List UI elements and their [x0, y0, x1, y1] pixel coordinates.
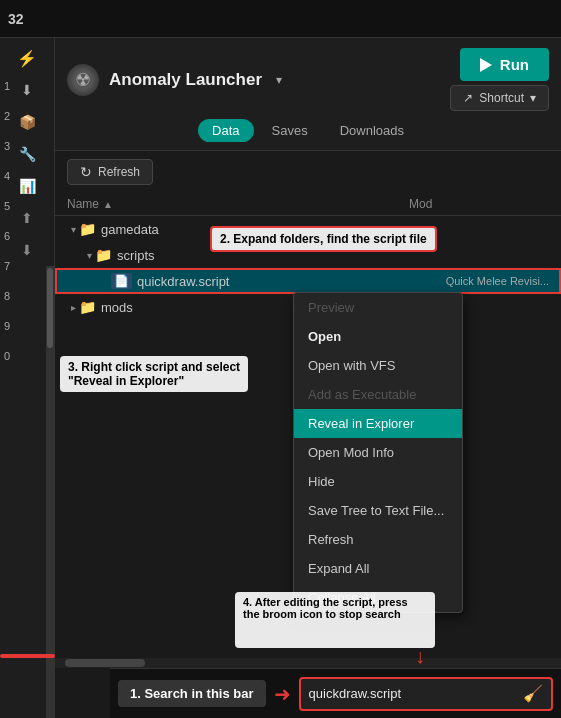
- ctx-save-tree[interactable]: Save Tree to Text File...: [294, 496, 462, 525]
- sidebar-num-6: 6: [4, 230, 10, 242]
- ctx-open-mod-info[interactable]: Open Mod Info: [294, 438, 462, 467]
- sidebar-num-5: 5: [4, 200, 10, 212]
- tab-downloads[interactable]: Downloads: [326, 119, 418, 142]
- quickdraw-label: quickdraw.script: [137, 274, 229, 289]
- sidebar-num-3: 3: [4, 140, 10, 152]
- mods-label: mods: [101, 300, 133, 315]
- tree-row-scripts[interactable]: ▾ 📁 scripts: [55, 242, 561, 268]
- search-label: 1. Search in this bar: [118, 680, 266, 707]
- sidebar-num-10: 0: [4, 350, 10, 362]
- context-menu: Preview Open Open with VFS Add as Execut…: [293, 292, 463, 613]
- col-mod-header: Mod: [409, 197, 549, 211]
- tab-data[interactable]: Data: [198, 119, 253, 142]
- refresh-row: ↻ Refresh: [55, 151, 561, 193]
- run-label: Run: [500, 56, 529, 73]
- ctx-refresh[interactable]: Refresh: [294, 525, 462, 554]
- search-input-value[interactable]: quickdraw.script: [309, 686, 401, 701]
- header-area: ☢ Anomaly Launcher ▾ Run ↗ Shortcut ▾: [55, 38, 561, 151]
- header-buttons: Run ↗ Shortcut ▾: [450, 48, 549, 111]
- red-marker: [0, 654, 55, 658]
- gamedata-label: gamedata: [101, 222, 159, 237]
- sidebar-num-4: 4: [4, 170, 10, 182]
- ctx-hide[interactable]: Hide: [294, 467, 462, 496]
- scripts-label: scripts: [117, 248, 155, 263]
- header-top: ☢ Anomaly Launcher ▾ Run ↗ Shortcut ▾: [67, 48, 549, 111]
- tab-saves[interactable]: Saves: [258, 119, 322, 142]
- quickdraw-mod: Quick Melee Revisi...: [446, 275, 549, 287]
- quickdraw-file-icon: 📄: [111, 273, 132, 289]
- launcher-dropdown[interactable]: ▾: [276, 73, 282, 87]
- ctx-expand-all[interactable]: Expand All: [294, 554, 462, 583]
- sort-icon: ▲: [103, 199, 113, 210]
- sidebar-num-9: 9: [4, 320, 10, 332]
- refresh-icon: ↻: [80, 164, 92, 180]
- annotation-step3: 3. Right click script and select "Reveal…: [60, 356, 248, 392]
- mods-toggle[interactable]: ▸: [67, 302, 79, 313]
- run-button[interactable]: Run: [460, 48, 549, 81]
- scripts-folder-icon: 📁: [95, 247, 112, 263]
- refresh-label: Refresh: [98, 165, 140, 179]
- ctx-collapse-all[interactable]: Collapse All: [294, 583, 462, 612]
- top-number: 32: [8, 11, 24, 27]
- broom-icon[interactable]: 🧹: [523, 684, 543, 703]
- sidebar-num-1: 1: [4, 80, 10, 92]
- gamedata-toggle[interactable]: ▾: [67, 224, 79, 235]
- shortcut-icon: ↗: [463, 91, 473, 105]
- left-sidebar: ⚡ ⬇ 📦 🔧 📊 ⬆ ⬇ 1 2 3 4 5 6 7 8 9 0: [0, 38, 55, 718]
- col-name-header: Name ▲: [67, 197, 409, 211]
- right-content: ☢ Anomaly Launcher ▾ Run ↗ Shortcut ▾: [55, 38, 561, 718]
- horizontal-scrollbar[interactable]: [55, 658, 561, 668]
- play-icon: [480, 58, 492, 72]
- sidebar-num-8: 8: [4, 290, 10, 302]
- shortcut-dropdown-icon: ▾: [530, 91, 536, 105]
- shortcut-button[interactable]: ↗ Shortcut ▾: [450, 85, 549, 111]
- tree-row-quickdraw[interactable]: 📄 quickdraw.script Quick Melee Revisi...: [55, 268, 561, 294]
- ctx-open[interactable]: Open: [294, 322, 462, 351]
- bottom-bar: 1. Search in this bar ➜ quickdraw.script…: [110, 668, 561, 718]
- h-scrollbar-thumb[interactable]: [65, 659, 145, 667]
- scripts-toggle[interactable]: ▾: [83, 250, 95, 261]
- search-arrow-icon: ➜: [274, 682, 291, 706]
- gamedata-folder-icon: 📁: [79, 221, 96, 237]
- launcher-info: ☢ Anomaly Launcher ▾: [67, 64, 282, 96]
- ctx-open-vfs[interactable]: Open with VFS: [294, 351, 462, 380]
- col-name-label: Name: [67, 197, 99, 211]
- refresh-button[interactable]: ↻ Refresh: [67, 159, 153, 185]
- top-bar: 32: [0, 0, 561, 38]
- ctx-preview: Preview: [294, 293, 462, 322]
- tabs-row: Data Saves Downloads: [67, 119, 549, 142]
- ctx-add-executable: Add as Executable: [294, 380, 462, 409]
- launcher-icon: ☢: [67, 64, 99, 96]
- sidebar-scroll-thumb[interactable]: [47, 268, 53, 348]
- file-tree: ▾ 📁 gamedata ▾ 📁 scripts 📄 quickdraw.scr…: [55, 216, 561, 718]
- anomaly-icon: ☢: [75, 69, 91, 91]
- sidebar-num-2: 2: [4, 110, 10, 122]
- search-input-box[interactable]: quickdraw.script 🧹: [299, 677, 553, 711]
- launcher-name: Anomaly Launcher: [109, 70, 262, 90]
- ctx-reveal-explorer[interactable]: Reveal in Explorer: [294, 409, 462, 438]
- main-container: ⚡ ⬇ 📦 🔧 📊 ⬆ ⬇ 1 2 3 4 5 6 7 8 9 0: [0, 38, 561, 718]
- sidebar-num-7: 7: [4, 260, 10, 272]
- mods-folder-icon: 📁: [79, 299, 96, 315]
- shortcut-label: Shortcut: [479, 91, 524, 105]
- tree-row-gamedata[interactable]: ▾ 📁 gamedata: [55, 216, 561, 242]
- file-tree-header: Name ▲ Mod: [55, 193, 561, 216]
- sidebar-item-1[interactable]: ⚡: [0, 42, 54, 74]
- sidebar-scrollbar[interactable]: [46, 266, 54, 718]
